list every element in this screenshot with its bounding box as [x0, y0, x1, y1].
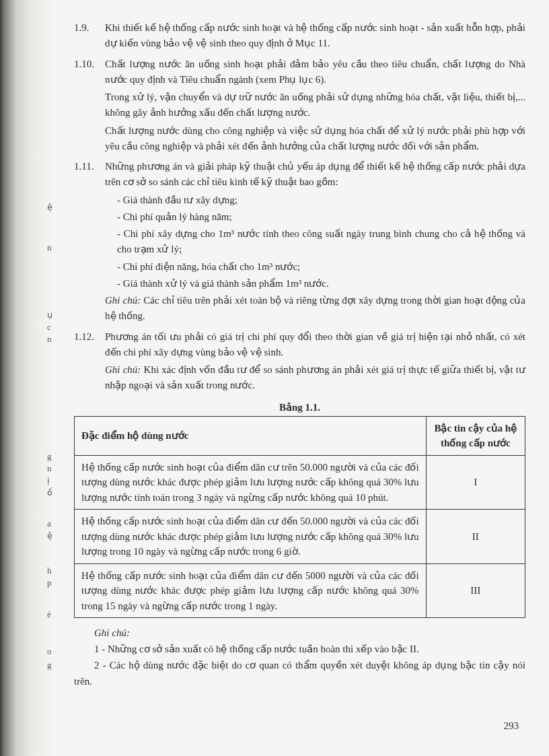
- clause-number: 1.11.: [74, 159, 105, 327]
- table-cell-level: I: [426, 455, 525, 510]
- table-cell-level: II: [426, 510, 525, 564]
- table-title: Bảng 1.1.: [74, 401, 525, 413]
- footnote-line: 1 - Những cơ sở sản xuất có hệ thống cấp…: [74, 641, 525, 657]
- footnote-line: 2 - Các hộ dùng nước đặc biệt do cơ quan…: [74, 657, 525, 689]
- table-cell-desc: Hệ thống cấp nước sinh hoạt của điểm dân…: [75, 455, 427, 510]
- table-header-row: Đặc điểm hộ dùng nước Bậc tin cậy của hệ…: [75, 416, 525, 455]
- note-text: Các chỉ tiêu trên phải xét toàn bộ và ri…: [105, 295, 525, 321]
- note-label: Ghi chú:: [105, 295, 141, 306]
- clause-1-10: 1.10. Chất lượng nước ăn uống sinh hoạt …: [74, 57, 525, 157]
- note-label: Ghi chú:: [105, 364, 141, 375]
- table-header-level: Bậc tin cậy của hệ thống cấp nước: [426, 416, 525, 455]
- clause-note: Ghi chú: Khi xác định vốn đầu tư để so s…: [105, 362, 525, 394]
- clause-bullet: - Chi phí xây dựng cho 1m³ nước tính the…: [117, 226, 525, 258]
- clause-bullet: - Giá thành xử lý và giá thành sản phẩm …: [117, 276, 525, 291]
- clause-bullet: - Giá thành đầu tư xây dựng;: [117, 193, 525, 208]
- note-text: Khi xác định vốn đầu tư để so sánh phươn…: [105, 364, 525, 390]
- clause-number: 1.10.: [74, 57, 105, 157]
- clause-bullet: - Chi phí quản lý hàng năm;: [117, 209, 525, 225]
- clause-paragraph: Chất lượng nước ăn uống sinh hoạt phải đ…: [105, 57, 525, 88]
- clause-paragraph: Phương án tối ưu phải có giá trị chi phí…: [105, 329, 525, 361]
- clause-number: 1.12.: [74, 329, 105, 396]
- table-row: Hệ thống cấp nước sinh hoạt của điểm dân…: [75, 455, 525, 510]
- footnote-label: Ghi chú:: [94, 625, 525, 641]
- page-content: 1.9. Khi thiết kế hệ thống cấp nước sinh…: [54, 20, 532, 736]
- clause-1-9: 1.9. Khi thiết kế hệ thống cấp nước sinh…: [74, 20, 525, 54]
- clause-paragraph: Khi thiết kế hệ thống cấp nước sinh hoạt…: [105, 20, 525, 52]
- reliability-table: Đặc điểm hộ dùng nước Bậc tin cậy của hệ…: [74, 416, 525, 619]
- table-cell-level: III: [426, 563, 525, 618]
- table-cell-desc: Hệ thống cấp nước sinh hoạt của điểm dân…: [75, 563, 427, 618]
- clause-paragraph: Trong xử lý, vận chuyển và dự trữ nước ă…: [105, 90, 525, 121]
- table-footnotes: Ghi chú: 1 - Những cơ sở sản xuất có hệ …: [74, 625, 525, 689]
- clause-1-12: 1.12. Phương án tối ưu phải có giá trị c…: [74, 329, 525, 396]
- table-row: Hệ thống cấp nước sinh hoạt của điểm dân…: [75, 510, 525, 564]
- clause-bullet: - Chi phí điện năng, hóa chất cho 1m³ nư…: [117, 259, 525, 275]
- page-number: 293: [504, 720, 519, 732]
- table-header-desc: Đặc điểm hộ dùng nước: [75, 416, 427, 455]
- clause-paragraph: Chất lượng nước dùng cho công nghiệp và …: [105, 123, 525, 155]
- table-row: Hệ thống cấp nước sinh hoạt của điểm dân…: [75, 563, 525, 618]
- clause-note: Ghi chú: Các chỉ tiêu trên phải xét toàn…: [105, 293, 525, 324]
- clause-1-11: 1.11. Những phương án và giải pháp kỹ th…: [74, 159, 525, 327]
- book-spine-shadow: [0, 0, 54, 756]
- clause-number: 1.9.: [74, 20, 105, 54]
- table-cell-desc: Hệ thống cấp nước sinh hoạt của điểm dân…: [75, 510, 427, 564]
- clause-intro: Những phương án và giải pháp kỹ thuật ch…: [105, 159, 525, 191]
